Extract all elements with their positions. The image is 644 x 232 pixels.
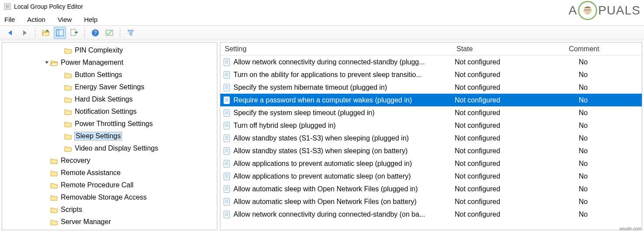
setting-text: Allow applications to prevent automatic …	[233, 172, 411, 180]
tree-scroll[interactable]: PIN ComplexityPower ManagementButton Set…	[2, 42, 217, 230]
menu-view[interactable]: View	[58, 16, 72, 23]
policy-icon	[223, 185, 231, 193]
twisty-spacer	[57, 133, 64, 140]
twisty-spacer	[57, 96, 64, 103]
up-folder-button[interactable]	[40, 27, 52, 39]
column-header-comment[interactable]: Comment	[544, 45, 642, 53]
twisty-spacer	[57, 108, 64, 115]
policy-row[interactable]: Turn on the ability for applications to …	[220, 68, 642, 81]
cell-state: Not configured	[455, 96, 542, 104]
cell-state: Not configured	[455, 147, 542, 155]
tree-node[interactable]: Remote Assistance	[2, 167, 217, 179]
tree-node[interactable]: Notification Settings	[2, 105, 217, 118]
setting-text: Allow automatic sleep with Open Network …	[233, 185, 418, 193]
policy-row[interactable]: Allow automatic sleep with Open Network …	[220, 183, 642, 195]
twisty-spacer	[43, 218, 50, 225]
cell-setting: Allow standby states (S1-S3) when sleepi…	[223, 134, 455, 142]
chevron-down-icon[interactable]	[43, 59, 50, 66]
cell-setting: Allow applications to prevent automatic …	[223, 160, 455, 168]
policy-row[interactable]: Allow network connectivity during connec…	[220, 208, 642, 221]
policy-icon	[223, 58, 231, 66]
policy-row[interactable]: Allow applications to prevent automatic …	[220, 157, 642, 170]
tree-node[interactable]: Remote Procedure Call	[2, 179, 217, 191]
toolbar: ?	[0, 25, 644, 40]
folder-icon	[50, 194, 58, 201]
list-header: Setting State Comment	[220, 42, 642, 56]
tree-node-label: Remote Procedure Call	[61, 181, 133, 189]
tree-node[interactable]: Button Settings	[2, 69, 217, 81]
twisty-spacer	[57, 47, 64, 54]
watermark-face-icon	[578, 1, 597, 20]
cell-state: Not configured	[455, 160, 542, 168]
setting-text: Specify the system hibernate timeout (pl…	[233, 84, 387, 91]
cell-setting: Allow automatic sleep with Open Network …	[223, 198, 455, 206]
policy-row[interactable]: Turn off hybrid sleep (plugged in)Not co…	[220, 119, 642, 132]
cell-setting: Allow network connectivity during connec…	[223, 211, 455, 218]
tree-node-label: PIN Complexity	[75, 46, 123, 54]
setting-text: Require a password when a computer wakes…	[233, 96, 412, 104]
policy-row[interactable]: Specify the system sleep timeout (plugge…	[220, 106, 642, 119]
column-header-setting[interactable]: Setting	[225, 45, 456, 53]
policy-icon	[223, 96, 231, 104]
tree-node[interactable]: Server Manager	[2, 216, 217, 228]
cell-comment: No	[542, 84, 642, 91]
tree-node[interactable]: Power Management	[2, 56, 217, 69]
policy-icon	[223, 172, 231, 180]
help-button[interactable]: ?	[89, 27, 101, 39]
column-header-state[interactable]: State	[456, 45, 544, 53]
policy-row[interactable]: Allow applications to prevent automatic …	[220, 170, 642, 183]
window-title: Local Group Policy Editor	[14, 3, 83, 10]
twisty-spacer	[43, 206, 50, 213]
tree-node[interactable]: Recovery	[2, 155, 217, 167]
cell-comment: No	[542, 122, 642, 130]
policy-row[interactable]: Allow standby states (S1-S3) when sleepi…	[220, 132, 642, 144]
tree-node[interactable]: Video and Display Settings	[2, 142, 217, 155]
setting-text: Allow network connectivity during connec…	[233, 58, 425, 66]
cell-setting: Require a password when a computer wakes…	[223, 96, 455, 104]
twisty-spacer	[43, 169, 50, 176]
tree-node[interactable]: Scripts	[2, 204, 217, 216]
policy-icon	[223, 84, 231, 91]
policy-row[interactable]: Allow standby states (S1-S3) when sleepi…	[220, 144, 642, 157]
filter-button[interactable]	[125, 27, 137, 39]
menu-file[interactable]: File	[4, 16, 15, 23]
policy-row[interactable]: Allow network connectivity during connec…	[220, 56, 642, 68]
cell-state: Not configured	[455, 71, 542, 79]
policy-row[interactable]: Allow automatic sleep with Open Network …	[220, 195, 642, 208]
twisty-spacer	[43, 194, 50, 201]
folder-icon	[64, 71, 72, 78]
cell-comment: No	[542, 185, 642, 193]
tree-node[interactable]: Energy Saver Settings	[2, 81, 217, 93]
cell-state: Not configured	[455, 211, 542, 218]
twisty-spacer	[57, 71, 64, 78]
back-button[interactable]	[4, 27, 17, 39]
setting-text: Allow standby states (S1-S3) when sleepi…	[233, 147, 407, 155]
tree-node[interactable]: Removable Storage Access	[2, 191, 217, 204]
cell-setting: Turn off hybrid sleep (plugged in)	[223, 122, 455, 130]
setting-text: Allow applications to prevent automatic …	[233, 160, 412, 168]
cell-state: Not configured	[455, 109, 542, 117]
watermark-logo: A PUALS	[568, 1, 641, 20]
policy-row[interactable]: Specify the system hibernate timeout (pl…	[220, 81, 642, 94]
cell-comment: No	[542, 58, 642, 66]
folder-icon	[50, 169, 58, 176]
title-bar: Local Group Policy Editor	[0, 0, 644, 13]
tree-node[interactable]: Power Throttling Settings	[2, 118, 217, 130]
forward-button[interactable]	[18, 27, 31, 39]
tree-node[interactable]: Sleep Settings	[2, 130, 217, 142]
cell-state: Not configured	[455, 134, 542, 142]
show-hide-tree-button[interactable]	[54, 27, 66, 39]
cell-comment: No	[542, 134, 642, 142]
tree-node[interactable]: PIN Complexity	[2, 44, 217, 56]
export-list-button[interactable]	[68, 27, 80, 39]
menu-help[interactable]: Help	[84, 16, 97, 23]
policy-icon	[223, 211, 231, 218]
menu-action[interactable]: Action	[27, 16, 45, 23]
policy-row[interactable]: Require a password when a computer wakes…	[220, 94, 642, 106]
folder-icon	[50, 206, 58, 213]
tree-node-label: Notification Settings	[75, 108, 136, 116]
folder-icon	[50, 218, 58, 225]
options-button[interactable]	[103, 27, 115, 39]
tree-node[interactable]: Hard Disk Settings	[2, 93, 217, 105]
folder-open-icon	[50, 59, 58, 66]
